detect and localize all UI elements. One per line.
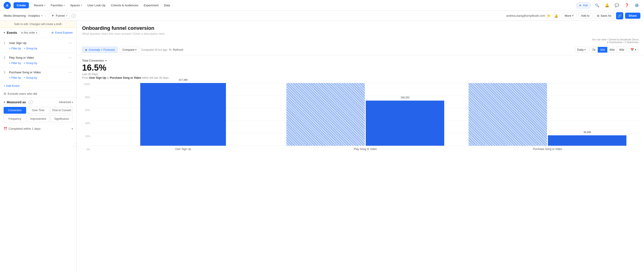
- main-layout: ‹ Safe to edit. Changes will create a dr…: [0, 21, 644, 272]
- workspace-selector[interactable]: Media Streaming - Analytics ▾: [4, 14, 42, 17]
- conversion-period: Last 30 Days: [82, 72, 638, 76]
- ask-button[interactable]: ✦ Ask: [576, 2, 591, 8]
- chevron-down-icon: ▾: [41, 14, 42, 17]
- group-by-button[interactable]: + Group by: [24, 47, 37, 50]
- 60d-button[interactable]: 60d: [608, 47, 617, 52]
- x-axis: User Sign Up Play Song or Video Purchase…: [92, 146, 638, 151]
- event-name: Purchase Song or Video: [9, 70, 66, 74]
- event-explorer-button[interactable]: ⊕ Event Explorer: [52, 31, 73, 34]
- x-label-1: User Sign Up: [92, 148, 274, 151]
- group-by-button[interactable]: + Group by: [24, 76, 37, 80]
- time-to-convert-tab[interactable]: Time to Convert: [50, 107, 73, 114]
- total-conversion-label[interactable]: Total Conversion ▾: [82, 59, 638, 62]
- measured-as-section: ▾ Measured as i Advanced ▾ Conversion Ov…: [0, 97, 76, 134]
- chevron-down-icon: ▾: [64, 4, 65, 6]
- chat-button[interactable]: 💬: [613, 2, 620, 9]
- bar-solid-3: 35,946: [548, 135, 626, 146]
- event-menu-button[interactable]: ⋯: [68, 40, 73, 46]
- filter-by-button[interactable]: + Filter by: [9, 47, 21, 50]
- bar-solid-2: 156,202: [366, 100, 444, 146]
- save-as-button[interactable]: ⧉ Save As: [594, 13, 614, 19]
- copy-icon: ⧉: [597, 14, 599, 18]
- funnel-icon: ⛛: [52, 14, 54, 17]
- nav-cohorts[interactable]: Cohorts & Audiences: [109, 2, 140, 8]
- collapse-measured-icon[interactable]: ▾: [4, 100, 5, 104]
- bar-striped-2: [286, 83, 365, 146]
- 7d-button[interactable]: 7d: [590, 47, 598, 52]
- event-number: 2: [4, 56, 7, 59]
- ownership-info: You can view • Owned by Amplitude Demo 4…: [77, 37, 644, 44]
- 90d-button[interactable]: 90d: [617, 47, 626, 52]
- in-this-order-button[interactable]: in this order ▾: [19, 30, 39, 35]
- filter-by-button[interactable]: + Filter by: [9, 76, 21, 80]
- app-logo[interactable]: A: [4, 2, 11, 9]
- nav-spaces[interactable]: Spaces ▾: [68, 2, 84, 8]
- nav-favorites[interactable]: Favorites ▾: [48, 2, 67, 8]
- search-button[interactable]: 🔍: [594, 2, 601, 9]
- events-title: Events: [7, 31, 17, 34]
- conversion-tab[interactable]: Conversion: [4, 107, 26, 114]
- exclude-icon: ⊖: [4, 92, 6, 96]
- info-icon[interactable]: i: [29, 100, 33, 104]
- bar-group-3: 35,946: [456, 83, 638, 146]
- chart-subtitle[interactable]: What question does this chart answer? En…: [82, 32, 638, 36]
- chevron-down-icon: ▾: [36, 32, 37, 34]
- group-by-button[interactable]: + Group by: [24, 62, 37, 65]
- event-item-3: 3 Purchase Song or Video ⋯ + Filter by +…: [0, 67, 76, 82]
- calendar-button[interactable]: 📅 ▾: [628, 47, 638, 53]
- compare-button[interactable]: Compare ▾: [120, 47, 139, 53]
- nav-recent[interactable]: Recent ▾: [32, 2, 47, 8]
- help-button[interactable]: ❓: [623, 2, 630, 9]
- chart-type-selector[interactable]: ⛛ Funnel ▾: [49, 13, 70, 18]
- refresh-button[interactable]: ↻ Refresh: [169, 48, 183, 52]
- event-name: User Sign Up: [9, 41, 66, 45]
- conversion-percentage: 16.5%: [82, 63, 638, 72]
- event-menu-button[interactable]: ⋯: [68, 70, 73, 75]
- settings-button[interactable]: ⚙️: [633, 2, 640, 9]
- nav-experiment[interactable]: Experiment: [142, 2, 161, 8]
- x-label-3: Purchase Song or Video: [456, 148, 638, 151]
- more-button[interactable]: More ▾: [562, 13, 576, 19]
- nav-data[interactable]: Data: [162, 2, 172, 8]
- advanced-button[interactable]: Advanced ▾: [59, 100, 73, 104]
- conversion-detail: From User Sign Up to Purchase Song or Vi…: [82, 76, 638, 80]
- add-to-button[interactable]: Add to: [578, 13, 592, 19]
- create-button[interactable]: Create: [14, 2, 29, 8]
- folder-icon[interactable]: 📁: [547, 14, 551, 18]
- completed-within-button[interactable]: ⏰ Completed within 1 days ▾: [4, 124, 73, 131]
- measure-tabs-row2: Frequency Improvement Significance: [4, 116, 73, 122]
- collapse-panel-button[interactable]: ‹: [73, 143, 77, 150]
- significance-tab[interactable]: Significance: [50, 116, 73, 122]
- notification-button[interactable]: 🔔: [604, 2, 611, 9]
- over-time-tab[interactable]: Over Time: [27, 107, 50, 114]
- chevron-down-icon: ▾: [584, 48, 586, 51]
- collapse-events-icon[interactable]: ▾: [4, 31, 5, 34]
- secondary-bar: Media Streaming - Analytics ▾ › ⛛ Funnel…: [0, 11, 644, 21]
- alert-bell-button[interactable]: 🔔: [553, 12, 560, 20]
- link-button[interactable]: 🔗: [616, 12, 623, 20]
- chevron-down-icon: ▾: [572, 14, 574, 17]
- measured-as-title: Measured as: [7, 100, 26, 104]
- info-icon[interactable]: i: [72, 14, 76, 18]
- nav-user-lookup[interactable]: User Look-Up: [85, 2, 108, 8]
- bar-striped-3: [468, 83, 547, 146]
- anomaly-icon: ◈: [85, 48, 87, 52]
- funnel-chart: 100% 80% 60% 40% 20% 0%: [82, 83, 638, 151]
- 30d-button[interactable]: 30d: [598, 47, 608, 52]
- add-event-button[interactable]: + Add Event: [0, 82, 76, 90]
- share-button[interactable]: Share: [625, 13, 640, 19]
- bar-label: 35,946: [583, 131, 591, 134]
- chevron-down-icon: ▾: [105, 59, 106, 62]
- improvement-tab[interactable]: Improvement: [27, 116, 50, 122]
- anomaly-forecast-button[interactable]: ◈ Anomaly + Forecast: [82, 47, 118, 53]
- event-menu-button[interactable]: ⋯: [68, 55, 73, 60]
- frequency-tab[interactable]: Frequency: [4, 116, 26, 122]
- nav-right-icons: ✦ Ask 🔍 🔔 💬 ❓ ⚙️: [576, 2, 640, 9]
- chevron-down-icon: ▾: [44, 4, 45, 6]
- event-item-2: 2 Play Song or Video ⋯ + Filter by + Gro…: [0, 52, 76, 67]
- time-granularity-selector[interactable]: Daily ▾: [575, 47, 588, 53]
- draft-notice: Safe to edit. Changes will create a draf…: [0, 21, 76, 28]
- filter-by-button[interactable]: + Filter by: [9, 62, 21, 65]
- exclude-users-button[interactable]: ⊖ Exclude users who did: [0, 90, 76, 97]
- compass-icon: ⊕: [52, 31, 54, 34]
